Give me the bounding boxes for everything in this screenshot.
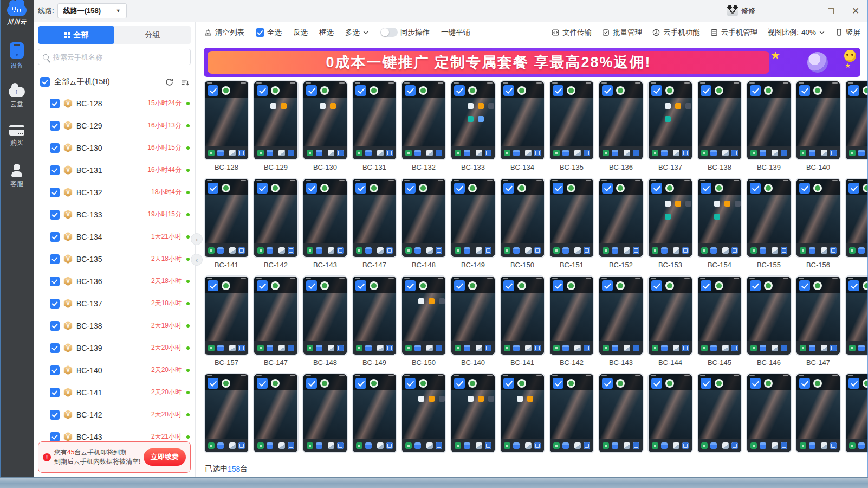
phone-screen[interactable] [253, 178, 299, 258]
search-input[interactable] [53, 53, 186, 61]
phone-cell[interactable] [746, 373, 792, 461]
device-row[interactable]: V BC-132 18小时4分 [34, 181, 195, 203]
promo-banner[interactable]: 0成本一键推广 定制专属套餐 享最高28%返佣! ★ ★ [204, 48, 860, 77]
panel-collapse-button[interactable]: ‹ [191, 254, 203, 266]
phone-screen[interactable] [549, 178, 594, 258]
phone-checkbox[interactable] [750, 280, 761, 291]
phone-cell[interactable]: BC-137 [647, 80, 693, 174]
phone-checkbox[interactable] [799, 280, 810, 291]
phone-screen[interactable] [549, 373, 594, 453]
phone-checkbox[interactable] [651, 378, 662, 389]
phone-screen[interactable] [795, 373, 841, 453]
phone-cell[interactable]: BC-149 [450, 178, 496, 271]
phone-manage-button[interactable]: 云手机管理 [710, 28, 758, 37]
phone-checkbox[interactable] [799, 85, 810, 96]
device-checkbox[interactable] [50, 299, 60, 309]
device-row[interactable]: V BC-129 16小时13分 [34, 114, 195, 137]
device-row[interactable]: V BC-134 1天21小时 [34, 226, 195, 248]
phone-checkbox[interactable] [503, 183, 514, 194]
phone-checkbox[interactable] [553, 378, 563, 389]
device-checkbox[interactable] [50, 254, 60, 264]
phone-checkbox[interactable] [355, 378, 366, 389]
phone-screen[interactable] [795, 275, 841, 356]
phone-checkbox[interactable] [355, 85, 366, 96]
phone-cell[interactable] [450, 373, 496, 461]
phone-screen[interactable] [450, 373, 496, 453]
phone-checkbox[interactable] [454, 183, 465, 194]
tab-groups[interactable]: 分组 [114, 26, 191, 44]
phone-cell[interactable]: BC-142 [253, 178, 299, 271]
device-checkbox[interactable] [50, 143, 60, 153]
phone-checkbox[interactable] [602, 183, 613, 194]
device-row[interactable]: V BC-143 2天21小时 [34, 426, 195, 441]
phone-screen[interactable] [352, 178, 397, 258]
phone-cell[interactable]: BC-147 [352, 178, 397, 271]
phone-checkbox[interactable] [750, 183, 761, 194]
phone-screen[interactable] [450, 80, 496, 160]
phone-cell-partial[interactable] [845, 80, 868, 174]
select-all-devices-checkbox[interactable] [40, 77, 50, 87]
phone-cell[interactable]: BC-140 [795, 80, 841, 174]
phone-cell[interactable] [598, 373, 644, 461]
phone-cell-partial[interactable] [845, 178, 868, 271]
phone-screen[interactable] [302, 373, 348, 453]
batch-manage-button[interactable]: 批量管理 [601, 28, 642, 37]
box-select-button[interactable]: 框选 [319, 28, 334, 37]
phone-functions-button[interactable]: 云手机功能 [652, 28, 700, 37]
phone-screen[interactable] [253, 373, 299, 453]
phone-screen[interactable] [500, 373, 545, 453]
phone-cell[interactable]: BC-141 [500, 275, 545, 369]
toggle-off-switch[interactable] [380, 28, 398, 37]
phone-cell[interactable]: BC-143 [302, 178, 348, 271]
phone-screen[interactable] [352, 80, 397, 160]
device-checkbox[interactable] [50, 410, 60, 420]
phone-cell[interactable]: BC-144 [647, 275, 693, 369]
phone-cell-partial[interactable] [845, 275, 868, 369]
device-checkbox[interactable] [50, 432, 60, 442]
phone-checkbox[interactable] [454, 85, 465, 96]
phone-screen[interactable] [500, 80, 545, 160]
phone-screen[interactable] [549, 275, 594, 356]
phone-checkbox[interactable] [651, 280, 662, 291]
phone-screen[interactable] [401, 275, 446, 356]
phone-cell[interactable]: BC-150 [500, 178, 545, 271]
phone-checkbox[interactable] [257, 85, 268, 96]
phone-screen[interactable] [204, 80, 249, 160]
phone-cell[interactable]: BC-134 [500, 80, 545, 174]
phone-checkbox[interactable] [553, 280, 563, 291]
phone-checkbox[interactable] [750, 378, 761, 389]
phone-checkbox[interactable] [701, 85, 711, 96]
phone-screen[interactable] [697, 80, 742, 160]
phone-cell[interactable]: BC-150 [401, 275, 446, 369]
view-zoom-control[interactable]: 视图比例: 40% [767, 28, 825, 37]
phone-screen[interactable] [500, 178, 545, 258]
one-key-tile-button[interactable]: 一键平铺 [441, 28, 470, 37]
phone-screen[interactable] [401, 373, 446, 453]
phone-screen[interactable] [746, 80, 792, 160]
multi-select-dropdown[interactable]: 多选 [345, 28, 369, 37]
phone-checkbox[interactable] [405, 85, 416, 96]
phone-screen[interactable] [352, 275, 397, 356]
sidebar-item-cloud-disk[interactable]: 云盘 [9, 87, 25, 109]
phone-screen[interactable] [598, 80, 644, 160]
select-all-checkbox[interactable] [256, 28, 264, 37]
phone-cell[interactable] [302, 373, 348, 461]
sync-operation-toggle[interactable]: 同步操作 [380, 28, 430, 37]
phone-cell[interactable]: BC-151 [549, 178, 594, 271]
phone-checkbox[interactable] [701, 378, 711, 389]
phone-checkbox[interactable] [602, 378, 613, 389]
sidebar-item-devices[interactable]: 设备 [10, 42, 24, 70]
phone-checkbox[interactable] [848, 85, 859, 96]
phone-screen[interactable] [845, 373, 868, 453]
device-row[interactable]: V BC-137 2天18小时 [34, 292, 195, 314]
phone-checkbox[interactable] [848, 378, 859, 389]
phone-checkbox[interactable] [355, 280, 366, 291]
phone-cell[interactable] [549, 373, 594, 461]
phone-screen[interactable] [697, 275, 742, 356]
phone-cell-partial[interactable] [845, 373, 868, 461]
phone-screen[interactable] [647, 178, 693, 258]
phone-cell[interactable]: BC-142 [549, 275, 594, 369]
phone-screen[interactable] [697, 178, 742, 258]
device-row[interactable]: V BC-130 16小时15分 [34, 137, 195, 159]
phone-checkbox[interactable] [602, 85, 613, 96]
